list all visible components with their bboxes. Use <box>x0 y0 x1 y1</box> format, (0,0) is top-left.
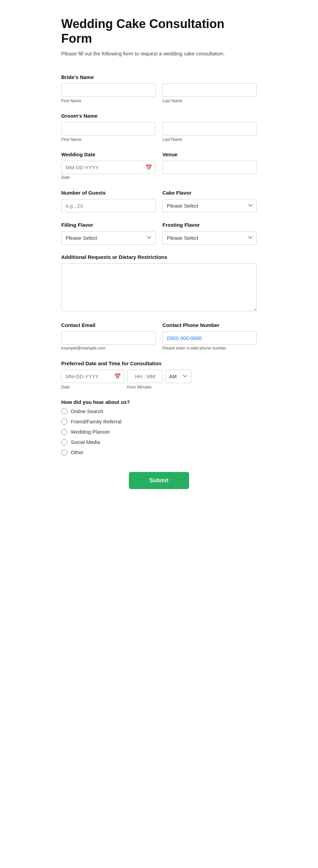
additional-requests-section: Additional Requests or Dietary Restricti… <box>61 254 257 313</box>
consult-date-col: 📅 <box>61 370 124 383</box>
groom-last-name-input[interactable] <box>162 122 257 135</box>
phone-hint: Please enter a valid phone number. <box>162 346 227 351</box>
referral-radio-online[interactable] <box>61 408 67 415</box>
email-label: Contact Email <box>61 322 156 328</box>
page-subtitle: Please fill out the following form to re… <box>61 50 257 58</box>
referral-friend-label: Friend/Family Referral <box>71 419 121 424</box>
time-inputs-row: 📅 AM PM <box>61 370 257 383</box>
cake-flavor-label: Cake Flavor <box>162 190 257 196</box>
grooms-name-section: Groom's Name First Name Last Name <box>61 113 257 142</box>
brides-name-label: Bride's Name <box>61 74 257 80</box>
referral-option-planner[interactable]: Wedding Planner <box>61 429 257 435</box>
email-input[interactable] <box>61 331 156 345</box>
groom-first-name-input[interactable] <box>61 122 156 135</box>
page-title: Wedding Cake Consultation Form <box>61 16 257 46</box>
wedding-date-hint: Date <box>61 175 70 180</box>
consult-time-input[interactable] <box>127 370 163 383</box>
grooms-name-label: Groom's Name <box>61 113 257 119</box>
filling-col: Filling Flavor Please Select Vanilla Cre… <box>61 222 156 245</box>
bride-last-name-input[interactable] <box>162 83 257 97</box>
frosting-label: Frosting Flavor <box>162 222 257 228</box>
referral-option-other[interactable]: Other <box>61 449 257 456</box>
referral-label: How did you hear about us? <box>61 399 257 405</box>
time-labels-row: Date Hour Minutes <box>61 385 257 390</box>
brides-name-section: Bride's Name First Name Last Name <box>61 74 257 103</box>
consult-time-hint: Hour Minutes <box>127 385 163 390</box>
submit-container: Submit <box>61 472 257 489</box>
bride-first-name-hint: First Name <box>61 98 156 103</box>
groom-last-name-group: Last Name <box>162 122 257 142</box>
contact-section: Contact Email example@example.com Contac… <box>61 322 257 351</box>
referral-radio-planner[interactable] <box>61 429 67 435</box>
wedding-date-col: Wedding Date 📅 Date <box>61 152 156 180</box>
phone-col: Contact Phone Number Please enter a vali… <box>162 322 257 351</box>
phone-label: Contact Phone Number <box>162 322 257 328</box>
venue-input[interactable] <box>162 161 257 174</box>
referral-option-online[interactable]: Online Search <box>61 408 257 415</box>
wedding-date-input[interactable] <box>61 161 156 174</box>
consultation-label: Preferred Date and Time for Consultation <box>61 360 257 366</box>
guests-flavor-section: Number of Guests Cake Flavor Please Sele… <box>61 190 257 212</box>
referral-radio-group: Online Search Friend/Family Referral Wed… <box>61 408 257 456</box>
filling-select[interactable]: Please Select Vanilla Cream Chocolate Ga… <box>61 231 156 245</box>
referral-other-label: Other <box>71 449 84 455</box>
wedding-date-wrapper: 📅 <box>61 161 156 174</box>
frosting-select[interactable]: Please Select Buttercream Fondant Whippe… <box>162 231 257 245</box>
frosting-col: Frosting Flavor Please Select Buttercrea… <box>162 222 257 245</box>
referral-option-friend[interactable]: Friend/Family Referral <box>61 419 257 425</box>
additional-requests-label: Additional Requests or Dietary Restricti… <box>61 254 257 260</box>
bride-last-name-hint: Last Name <box>162 98 257 103</box>
guests-label: Number of Guests <box>61 190 156 196</box>
guests-col: Number of Guests <box>61 190 156 212</box>
additional-requests-textarea[interactable] <box>61 263 257 311</box>
groom-first-name-group: First Name <box>61 122 156 142</box>
consult-time-col <box>127 370 163 383</box>
referral-radio-other[interactable] <box>61 449 67 456</box>
groom-last-name-hint: Last Name <box>162 137 257 142</box>
bride-first-name-group: First Name <box>61 83 156 103</box>
consultation-datetime-section: Preferred Date and Time for Consultation… <box>61 360 257 390</box>
bride-first-name-input[interactable] <box>61 83 156 97</box>
consult-ampm-select[interactable]: AM PM <box>166 370 191 383</box>
bride-last-name-group: Last Name <box>162 83 257 103</box>
email-hint: example@example.com <box>61 346 105 351</box>
consult-date-wrapper: 📅 <box>61 370 124 383</box>
referral-option-social[interactable]: Social Media <box>61 439 257 445</box>
email-col: Contact Email example@example.com <box>61 322 156 351</box>
consult-ampm-col: AM PM <box>166 370 191 383</box>
groom-first-name-hint: First Name <box>61 137 156 142</box>
consult-date-input[interactable] <box>61 370 124 383</box>
guests-input[interactable] <box>61 199 156 212</box>
referral-radio-social[interactable] <box>61 439 67 445</box>
wedding-date-label: Wedding Date <box>61 152 156 157</box>
referral-section: How did you hear about us? Online Search… <box>61 399 257 456</box>
consult-date-hint: Date <box>61 385 124 390</box>
phone-input[interactable] <box>162 331 257 345</box>
venue-label: Venue <box>162 152 257 157</box>
referral-social-label: Social Media <box>71 439 100 445</box>
filling-frosting-section: Filling Flavor Please Select Vanilla Cre… <box>61 222 257 245</box>
filling-label: Filling Flavor <box>61 222 156 228</box>
referral-radio-friend[interactable] <box>61 419 67 425</box>
date-venue-section: Wedding Date 📅 Date Venue <box>61 152 257 180</box>
venue-col: Venue <box>162 152 257 180</box>
referral-online-label: Online Search <box>71 408 103 414</box>
cake-flavor-col: Cake Flavor Please Select Vanilla Chocol… <box>162 190 257 212</box>
submit-button[interactable]: Submit <box>129 472 189 489</box>
referral-planner-label: Wedding Planner <box>71 429 110 435</box>
cake-flavor-select[interactable]: Please Select Vanilla Chocolate Red Velv… <box>162 199 257 212</box>
